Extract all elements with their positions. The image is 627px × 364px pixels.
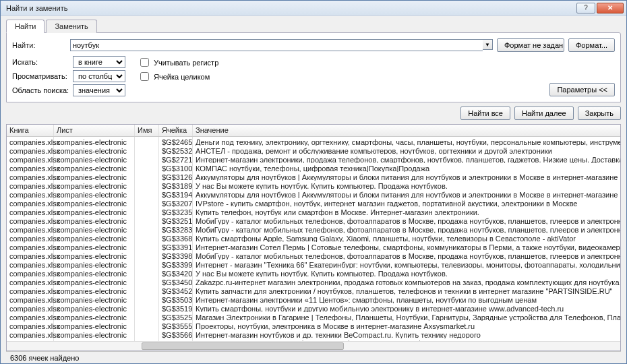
cell-book: companies.xlsx — [7, 312, 54, 321]
cell-book: companies.xlsx — [7, 224, 54, 233]
whole-cell-input[interactable] — [140, 72, 149, 81]
search-in-label: Искать: — [12, 58, 70, 66]
results-grid: Книга Лист Имя Ячейка Значение companies… — [6, 124, 621, 351]
close-button[interactable]: Закрыть — [578, 107, 621, 120]
cell-book: companies.xlsx — [7, 251, 54, 260]
cell-sheet: companies-electronic — [54, 207, 135, 216]
find-label: Найти: — [12, 41, 66, 49]
cell-ref: $G$3189 — [159, 181, 193, 189]
cell-ref: $G$3251 — [159, 216, 193, 224]
tab-replace[interactable]: Заменить — [46, 20, 96, 33]
cell-book: companies.xlsx — [7, 277, 54, 286]
horizontal-scroll-thumb[interactable] — [142, 342, 344, 350]
results-body[interactable]: companies.xlsxcompanies-electronic$G$246… — [7, 137, 620, 341]
cell-value: IVPstore - купить смартфон, ноутбук, инт… — [193, 198, 620, 207]
look-by-select[interactable]: по столбцам — [73, 70, 125, 82]
col-header-book[interactable]: Книга — [7, 125, 54, 136]
match-case-checkbox[interactable]: Учитывать регистр — [138, 56, 218, 69]
tab-find[interactable]: Найти — [6, 20, 44, 33]
find-next-button[interactable]: Найти далее — [514, 107, 574, 120]
cell-sheet: companies-electronic — [54, 233, 135, 242]
cell-book: companies.xlsx — [7, 268, 54, 277]
cell-ref: $G$3235 — [159, 207, 193, 216]
table-row[interactable]: companies.xlsxcompanies-electronic$G$351… — [7, 303, 620, 312]
parameters-toggle-button[interactable]: Параметры << — [549, 83, 615, 96]
table-row[interactable]: companies.xlsxcompanies-electronic$G$253… — [7, 146, 620, 154]
table-row[interactable]: companies.xlsxcompanies-electronic$G$328… — [7, 224, 620, 233]
cell-value: Проекторы, ноутбуки, электроника в Москв… — [193, 321, 620, 330]
table-row[interactable]: companies.xlsxcompanies-electronic$G$323… — [7, 207, 620, 216]
cell-sheet: companies-electronic — [54, 330, 135, 338]
cell-book: companies.xlsx — [7, 286, 54, 295]
find-input[interactable] — [70, 39, 483, 51]
find-history-dropdown[interactable]: ▼ — [483, 39, 493, 50]
find-all-button[interactable]: Найти все — [460, 107, 510, 120]
cell-name — [135, 268, 159, 277]
cell-book: companies.xlsx — [7, 303, 54, 312]
cell-book: companies.xlsx — [7, 295, 54, 303]
scope-label: Область поиска: — [12, 86, 70, 94]
table-row[interactable]: companies.xlsxcompanies-electronic$G$355… — [7, 321, 620, 330]
col-header-value[interactable]: Значение — [193, 125, 620, 136]
cell-sheet: companies-electronic — [54, 172, 135, 181]
cell-book: companies.xlsx — [7, 198, 54, 207]
table-row[interactable]: companies.xlsxcompanies-electronic$G$318… — [7, 181, 620, 189]
cell-name — [135, 330, 159, 338]
cell-ref: $G$3207 — [159, 198, 193, 207]
cell-sheet: companies-electronic — [54, 286, 135, 295]
horizontal-scrollbar[interactable] — [7, 341, 620, 351]
table-row[interactable]: companies.xlsxcompanies-electronic$G$356… — [7, 330, 620, 338]
search-in-select[interactable]: в книге — [73, 56, 125, 68]
cell-name — [135, 163, 159, 172]
cell-ref: $G$3420 — [159, 268, 193, 277]
cell-value: Купить смартфоны Apple, Samsung Galaxy, … — [193, 233, 620, 242]
cell-name — [135, 295, 159, 303]
table-row[interactable]: companies.xlsxcompanies-electronic$G$350… — [7, 295, 620, 303]
cell-name — [135, 181, 159, 189]
cell-name — [135, 260, 159, 268]
table-row[interactable]: companies.xlsxcompanies-electronic$G$352… — [7, 312, 620, 321]
table-row[interactable]: companies.xlsxcompanies-electronic$G$320… — [7, 198, 620, 207]
table-row[interactable]: companies.xlsxcompanies-electronic$G$339… — [7, 242, 620, 251]
cell-value: Купить запчасти для электроники / ноутбу… — [193, 286, 620, 295]
cell-value: Деньги под технику, электронику, оргтехн… — [193, 137, 620, 146]
table-row[interactable]: companies.xlsxcompanies-electronic$G$312… — [7, 172, 620, 181]
cell-name — [135, 189, 159, 198]
table-row[interactable]: companies.xlsxcompanies-electronic$G$345… — [7, 286, 620, 295]
table-row[interactable]: companies.xlsxcompanies-electronic$G$325… — [7, 216, 620, 224]
window-close-button[interactable]: ✕ — [597, 3, 624, 13]
look-by-label: Просматривать: — [12, 72, 70, 80]
table-row[interactable]: companies.xlsxcompanies-electronic$G$272… — [7, 154, 620, 163]
table-row[interactable]: companies.xlsxcompanies-electronic$G$339… — [7, 251, 620, 260]
whole-cell-checkbox[interactable]: Ячейка целиком — [138, 70, 218, 83]
cell-value: МобиГуру - каталог мобильных телефонов, … — [193, 224, 620, 233]
cell-ref: $G$3519 — [159, 303, 193, 312]
table-row[interactable]: companies.xlsxcompanies-electronic$G$339… — [7, 260, 620, 268]
table-row[interactable]: companies.xlsxcompanies-electronic$G$310… — [7, 163, 620, 172]
col-header-sheet[interactable]: Лист — [54, 125, 135, 136]
cell-ref: $G$3126 — [159, 172, 193, 181]
table-row[interactable]: companies.xlsxcompanies-electronic$G$342… — [7, 268, 620, 277]
cell-book: companies.xlsx — [7, 216, 54, 224]
cell-value: Интернет-магазин Сотел Пермь | Сотовые т… — [193, 242, 620, 251]
format-button[interactable]: Формат... — [568, 38, 615, 52]
cell-sheet: companies-electronic — [54, 198, 135, 207]
table-row[interactable]: companies.xlsxcompanies-electronic$G$345… — [7, 277, 620, 286]
cell-book: companies.xlsx — [7, 207, 54, 216]
table-row[interactable]: companies.xlsxcompanies-electronic$G$319… — [7, 189, 620, 198]
table-row[interactable]: companies.xlsxcompanies-electronic$G$246… — [7, 137, 620, 146]
scope-select[interactable]: значения — [73, 84, 125, 96]
cell-name — [135, 321, 159, 330]
col-header-name[interactable]: Имя — [135, 125, 159, 136]
cell-name — [135, 233, 159, 242]
table-row[interactable]: companies.xlsxcompanies-electronic$G$336… — [7, 233, 620, 242]
cell-name — [135, 286, 159, 295]
match-case-input[interactable] — [140, 58, 149, 67]
format-none-button[interactable]: Формат не задан — [497, 38, 564, 52]
col-header-cell[interactable]: Ячейка — [159, 125, 193, 136]
cell-sheet: companies-electronic — [54, 312, 135, 321]
help-button[interactable]: ? — [576, 3, 595, 13]
cell-name — [135, 207, 159, 216]
cell-value: МобиГуру - каталог мобильных телефонов, … — [193, 216, 620, 224]
cell-book: companies.xlsx — [7, 181, 54, 189]
